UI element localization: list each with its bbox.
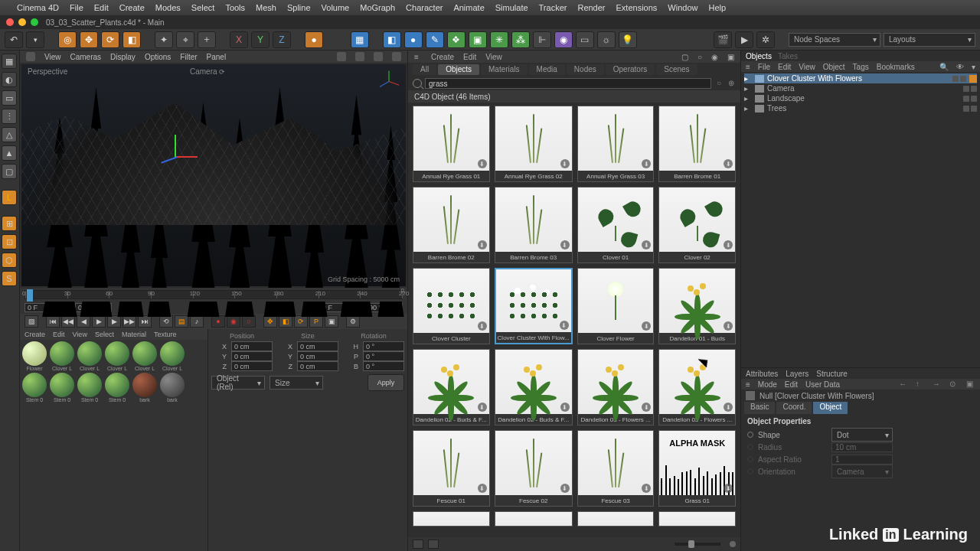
nav-lock-icon[interactable]: ⊙ <box>949 380 959 389</box>
pla-track-icon[interactable]: ▣ <box>325 315 338 328</box>
play-icon[interactable]: ▶ <box>92 315 106 328</box>
om-tags[interactable]: Tags <box>853 63 869 71</box>
download-icon[interactable]: ⬇ <box>478 159 487 168</box>
vp-hamburger-icon[interactable] <box>26 52 35 61</box>
vp-view[interactable]: View <box>44 53 61 61</box>
asset-tab-media[interactable]: Media <box>529 64 565 75</box>
material-item[interactable]: Stem 0 <box>77 373 103 403</box>
light-icon[interactable]: ☼ <box>597 31 616 48</box>
model-mode-icon[interactable]: ▦ <box>2 54 17 69</box>
asset-item[interactable]: ⬇Barren Brome 01 <box>658 106 736 182</box>
om-edit[interactable]: Edit <box>778 63 791 71</box>
download-icon[interactable]: ⬇ <box>560 240 570 249</box>
menu-tools[interactable]: Tools <box>225 3 245 12</box>
om-bookmarks[interactable]: Bookmarks <box>877 63 915 71</box>
asset-item[interactable]: ⬇Dandelion 01 - Buds <box>658 268 736 344</box>
thumb-size-slider[interactable] <box>675 543 720 546</box>
om-object[interactable]: Object <box>823 63 845 71</box>
asset-item[interactable] <box>495 511 573 527</box>
node-spaces-dropdown[interactable]: Node Spaces <box>789 33 880 47</box>
material-item[interactable]: Clover L <box>104 341 130 371</box>
pos-track-icon[interactable]: ✥ <box>263 315 277 328</box>
download-icon[interactable]: ⬇ <box>642 403 651 412</box>
vp-nav1-icon[interactable] <box>337 52 346 61</box>
move-gizmo[interactable] <box>167 133 198 164</box>
nav-back-icon[interactable]: ← <box>899 380 908 389</box>
om-view[interactable]: View <box>799 63 815 71</box>
zoom-icon[interactable] <box>31 18 38 26</box>
perspective-viewport[interactable]: Perspective Camera Grid Spacing <box>21 64 406 286</box>
field-icon[interactable]: ⊩ <box>533 31 551 48</box>
mat-select[interactable]: Select <box>95 331 114 338</box>
menu-help[interactable]: Help <box>708 3 726 12</box>
menu-modes[interactable]: Modes <box>155 3 181 12</box>
ab-icon3[interactable]: ◉ <box>711 53 718 61</box>
fps-icon[interactable]: ▤ <box>175 315 188 328</box>
object-tree-row[interactable]: ▸Clover Cluster With Flowers <box>744 73 977 83</box>
asset-tab-operators[interactable]: Operators <box>606 64 655 75</box>
tool-place[interactable]: ⌖ <box>176 31 194 48</box>
menu-animate[interactable]: Animate <box>453 3 484 12</box>
vp-filter[interactable]: Filter <box>180 53 197 61</box>
asset-item[interactable]: ⬇Dandelion 02 - Buds & F... <box>495 349 573 425</box>
asset-item[interactable] <box>577 511 655 527</box>
menu-file[interactable]: File <box>70 3 83 12</box>
list-view-icon[interactable] <box>413 540 423 549</box>
powerslider-icon[interactable]: ▧ <box>24 315 38 328</box>
traffic-lights[interactable] <box>6 18 38 26</box>
quantize-icon[interactable]: ⊡ <box>2 234 17 249</box>
menu-window[interactable]: Window <box>668 3 697 12</box>
cloner-icon[interactable]: ⁂ <box>511 31 530 48</box>
object-mode-icon[interactable]: ▢ <box>2 164 17 179</box>
menu-extensions[interactable]: Extensions <box>616 3 658 12</box>
asset-item[interactable]: ⬇Clover Cluster With Flow... <box>495 268 573 344</box>
param-track-icon[interactable]: P <box>309 315 323 328</box>
rot-field[interactable]: 0 ° <box>363 361 404 371</box>
axis-z-icon[interactable]: Z <box>273 31 291 48</box>
scale-tool[interactable]: ◧ <box>122 31 141 48</box>
asset-item[interactable]: ⬇Fescue 02 <box>495 430 573 507</box>
vp-panel[interactable]: Panel <box>207 53 227 61</box>
ab-icon2[interactable]: ○ <box>697 53 702 61</box>
subdiv-icon[interactable]: ❖ <box>447 31 466 48</box>
asset-tab-materials[interactable]: Materials <box>481 64 528 75</box>
ab-view[interactable]: View <box>485 53 502 61</box>
om-filter-icon[interactable]: ▾ <box>972 63 975 71</box>
scale-track-icon[interactable]: ◧ <box>279 315 292 328</box>
om-file[interactable]: File <box>758 63 770 71</box>
ab-hamburger-icon[interactable]: ≡ <box>414 53 422 61</box>
world-axis-icon[interactable]: ● <box>305 31 323 48</box>
asset-item[interactable]: ⬇Clover Flower <box>577 268 655 344</box>
download-icon[interactable]: ⬇ <box>478 403 487 412</box>
material-item[interactable]: Stem 0 <box>21 373 47 403</box>
axis-x-icon[interactable]: X <box>230 31 248 48</box>
record-icon[interactable]: ● <box>211 315 225 328</box>
material-item[interactable]: bark <box>159 373 185 403</box>
material-item[interactable]: Flower <box>21 341 47 371</box>
vp-nav3-icon[interactable] <box>374 52 383 61</box>
download-icon[interactable]: ⬇ <box>642 321 651 331</box>
menu-simulate[interactable]: Simulate <box>495 3 528 12</box>
om-eye-icon[interactable]: 👁 <box>956 63 964 71</box>
edges-icon[interactable]: △ <box>2 127 17 142</box>
asset-tab-scenes[interactable]: Scenes <box>656 64 697 75</box>
rotate-tool[interactable]: ⟳ <box>101 31 119 48</box>
extrude-icon[interactable]: ▣ <box>469 31 487 48</box>
om-search-icon[interactable]: 🔍 <box>939 63 949 71</box>
object-tree-row[interactable]: ▸Landscape <box>744 93 977 103</box>
timeline-ruler[interactable]: 0306090120150180210240270 0 <box>20 288 407 302</box>
rot-track-icon[interactable]: ⟳ <box>294 315 308 328</box>
loop-icon[interactable]: ⟲ <box>159 315 173 328</box>
filter-icon[interactable]: ⊕ <box>727 79 736 88</box>
next-frame-icon[interactable]: ▶ <box>107 315 121 328</box>
download-icon[interactable]: ⬇ <box>478 484 487 493</box>
asset-item[interactable]: ALPHA MASK⬇Grass 01 <box>658 430 736 507</box>
workplane-icon[interactable]: ▭ <box>2 90 17 106</box>
cube-icon[interactable]: ◧ <box>383 31 401 48</box>
minimize-icon[interactable] <box>18 18 26 26</box>
download-icon[interactable]: ⬇ <box>724 321 733 331</box>
keyframe-icon[interactable]: ○ <box>242 315 256 328</box>
vp-cameras[interactable]: Cameras <box>70 53 102 61</box>
tab-layers[interactable]: Layers <box>786 370 808 378</box>
tab-takes[interactable]: Takes <box>778 52 798 60</box>
